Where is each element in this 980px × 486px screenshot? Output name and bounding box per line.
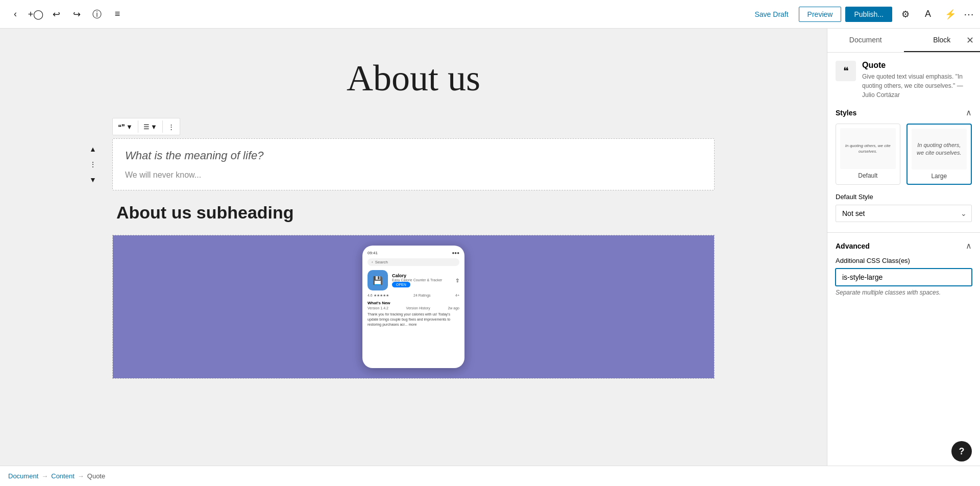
image-placeholder: 09:41 ●●● ‹ Search 💾 [113,235,714,378]
breadcrumb-arrow-1: → [41,472,48,480]
version-row: Version 1.4.2 Version History 2w ago [368,306,459,310]
save-draft-button[interactable]: Save Draft [748,7,794,21]
quote-dropdown-arrow: ▼ [126,123,133,131]
breadcrumb: Document → Content → Quote [0,466,980,486]
default-style-select-wrapper: Not set Default Large ⌄ [836,205,972,222]
panel-close-button[interactable]: ✕ [964,33,976,48]
block-icon: ❝ [836,61,856,81]
style-preview-large: In quoting others, we cite ourselves. [912,129,967,169]
list-view-button[interactable]: ≡ [108,5,127,23]
breadcrumb-quote: Quote [87,472,105,480]
block-name: Quote [862,61,972,70]
phone-signal: ●●● [452,251,460,255]
open-button[interactable]: OPEN [392,282,410,287]
style-large-label: Large [912,173,967,180]
app-name: Calory [392,273,451,278]
tab-document[interactable]: Document [827,29,904,52]
search-label: Search [375,260,388,264]
undo-button[interactable]: ↩ [47,5,65,23]
style-preview-default-text: In quoting others, we cite ourselves. [844,143,892,154]
phone-search-bar: ‹ Search [368,258,459,266]
advanced-section-header: Advanced ∧ [836,241,972,251]
quote-block[interactable]: What is the meaning of life? We will nev… [112,138,715,190]
page-title: About us [112,49,715,108]
age-rating: 4+ [455,294,459,298]
toolbar-right: Save Draft Preview Publish... ⚙ A ⚡ ⋯ [748,5,974,23]
breadcrumb-arrow-2: → [78,472,84,480]
quote-cite[interactable]: We will never know... [125,171,702,180]
app-description: Thank you for tracking your calories wit… [368,312,459,327]
subheading-block-wrapper: About us subheading [112,199,715,227]
align-button[interactable]: ⁠☰ ▼ [140,121,160,133]
default-style-select[interactable]: Not set Default Large [836,205,972,222]
phone-mockup: 09:41 ●●● ‹ Search 💾 [362,246,464,368]
help-button[interactable]: ? [951,441,972,461]
version: Version 1.4.2 [368,306,388,310]
styles-collapse-button[interactable]: ∧ [966,108,972,117]
breadcrumb-content[interactable]: Content [51,472,75,480]
css-hint: Separate multiple classes with spaces. [836,289,972,296]
info-button[interactable]: ⓘ [88,5,106,23]
toolbar-separator [138,120,138,133]
add-block-button[interactable]: +◯ [27,5,45,23]
right-panel: Document Block ✕ ❝ Quote Give quoted tex… [827,29,980,466]
more-block-options-button[interactable]: ⋮ [165,121,178,133]
panel-body: ❝ Quote Give quoted text visual emphasis… [827,53,980,466]
publish-button[interactable]: Publish... [845,7,892,22]
avatar-button[interactable]: A [919,5,937,23]
css-class-label: Additional CSS Class(es) [836,257,972,264]
subheading: About us subheading [112,199,715,227]
date: 2w ago [448,306,459,310]
preview-button[interactable]: Preview [799,7,842,22]
style-default-label: Default [840,172,896,179]
quote-type-button[interactable]: ❝❞ ▼ [115,121,136,133]
advanced-title: Advanced [836,242,870,250]
block-description: Give quoted text visual emphasis. "In qu… [862,72,972,100]
toolbar-left: ‹ +◯ ↩ ↪ ⓘ ≡ [6,5,127,23]
app-row: 💾 Calory Easy Calorie Counter & Tracker … [368,270,459,290]
block-info: ❝ Quote Give quoted text visual emphasis… [836,61,972,100]
phone-status-bar: 09:41 ●●● [368,251,459,255]
style-option-default[interactable]: In quoting others, we cite ourselves. De… [836,124,900,185]
image-block-wrapper: 09:41 ●●● ‹ Search 💾 [112,235,715,379]
redo-button[interactable]: ↪ [67,5,86,23]
styles-section-header: Styles ∧ [836,108,972,117]
main-area: About us ❝❞ ▼ ⁠☰ ▼ ⋮ ▲ [0,29,980,466]
panel-tabs: Document Block ✕ [827,29,980,53]
top-toolbar: ‹ +◯ ↩ ↪ ⓘ ≡ Save Draft Preview Publish.… [0,0,980,29]
style-preview-default: In quoting others, we cite ourselves. [840,128,896,169]
quote-text[interactable]: What is the meaning of life? [125,149,702,162]
align-icon: ⁠☰ [143,123,150,131]
styles-title: Styles [836,109,856,117]
app-icon: 💾 [368,270,388,290]
css-class-input[interactable] [836,269,972,286]
more-options-button[interactable]: ⋯ [964,8,974,20]
version-history: Version History [406,306,430,310]
block-details: Quote Give quoted text visual emphasis. … [862,61,972,100]
rating: 4.6 ★★★★★ [368,294,389,298]
whats-new-title: What's New [368,301,459,305]
drag-handle[interactable]: ⋮ [86,157,100,172]
settings-button[interactable]: ⚙ [896,5,915,23]
advanced-section: Advanced ∧ Additional CSS Class(es) Sepa… [836,241,972,296]
style-options: In quoting others, we cite ourselves. De… [836,124,972,185]
toolbar-separator-2 [162,120,163,133]
share-icon: ⇧ [455,278,459,283]
phone-time: 09:41 [368,251,378,255]
panel-divider [827,232,980,233]
back-button[interactable]: ‹ [6,5,24,23]
style-preview-large-text: In quoting others, we cite ourselves. [916,141,963,157]
lightning-button[interactable]: ⚡ [941,5,960,23]
image-block: 09:41 ●●● ‹ Search 💾 [112,235,715,379]
ratings-count: 24 Ratings [413,294,430,298]
rating-row: 4.6 ★★★★★ 24 Ratings 4+ [368,294,459,298]
default-style-title: Default Style [836,193,972,201]
side-controls: ▲ ⋮ ▼ [86,142,100,187]
move-up-button[interactable]: ▲ [86,142,100,156]
align-dropdown-arrow: ▼ [151,123,157,131]
breadcrumb-document[interactable]: Document [8,472,38,480]
app-info: Calory Easy Calorie Counter & Tracker OP… [392,273,451,287]
advanced-collapse-button[interactable]: ∧ [966,241,972,251]
style-option-large[interactable]: In quoting others, we cite ourselves. La… [906,124,972,185]
move-down-button[interactable]: ▼ [86,173,100,187]
